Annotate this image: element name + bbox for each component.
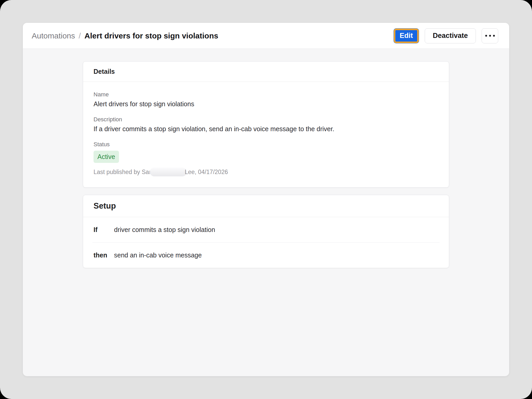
status-label: Status	[94, 141, 438, 148]
ellipsis-icon	[493, 35, 495, 37]
breadcrumb-separator: /	[79, 31, 81, 40]
breadcrumb-automations-link[interactable]: Automations	[32, 31, 75, 40]
setup-card-title: Setup	[94, 201, 438, 211]
page-content: Details Name Alert drivers for stop sign…	[23, 49, 509, 268]
status-badge: Active	[94, 151, 119, 163]
app-window: Automations / Alert drivers for stop sig…	[23, 23, 509, 376]
details-card: Details Name Alert drivers for stop sign…	[83, 61, 449, 188]
last-published-prefix: Last published by Sar	[94, 169, 151, 176]
deactivate-button[interactable]: Deactivate	[425, 28, 476, 43]
setup-card-header: Setup	[83, 195, 449, 217]
setup-if-row: If driver commits a stop sign violation	[92, 217, 440, 243]
description-field: Description If a driver commits a stop s…	[94, 116, 438, 133]
last-published-suffix: Lee, 04/17/2026	[185, 169, 228, 176]
breadcrumb: Automations / Alert drivers for stop sig…	[32, 31, 218, 40]
page-header: Automations / Alert drivers for stop sig…	[23, 23, 509, 49]
ellipsis-icon	[489, 35, 491, 37]
page-title: Alert drivers for stop sign violations	[84, 31, 218, 40]
name-value: Alert drivers for stop sign violations	[94, 100, 438, 108]
more-options-button[interactable]	[482, 28, 498, 43]
then-keyword: then	[94, 251, 114, 259]
name-field: Name Alert drivers for stop sign violati…	[94, 91, 438, 108]
description-label: Description	[94, 116, 438, 123]
redacted-name-blur	[150, 168, 187, 176]
setup-then-row: then send an in-cab voice message	[92, 243, 440, 268]
details-card-body: Name Alert drivers for stop sign violati…	[83, 82, 449, 187]
then-action-text: send an in-cab voice message	[114, 251, 202, 259]
ellipsis-icon	[485, 35, 487, 37]
last-published-line: Last published by Sar Lee, 04/17/2026	[94, 168, 438, 176]
edit-button[interactable]: Edit	[394, 28, 419, 43]
description-value: If a driver commits a stop sign violatio…	[94, 125, 438, 133]
if-keyword: If	[94, 226, 114, 234]
details-card-header: Details	[83, 62, 449, 82]
if-condition-text: driver commits a stop sign violation	[114, 226, 215, 234]
name-label: Name	[94, 91, 438, 98]
status-field: Status Active Last published by Sar Lee,…	[94, 141, 438, 176]
setup-card: Setup If driver commits a stop sign viol…	[83, 195, 449, 268]
setup-card-body: If driver commits a stop sign violation …	[83, 217, 449, 268]
details-card-title: Details	[94, 68, 438, 75]
desktop-background: Automations / Alert drivers for stop sig…	[0, 0, 532, 399]
header-actions: Edit Deactivate	[394, 28, 498, 43]
